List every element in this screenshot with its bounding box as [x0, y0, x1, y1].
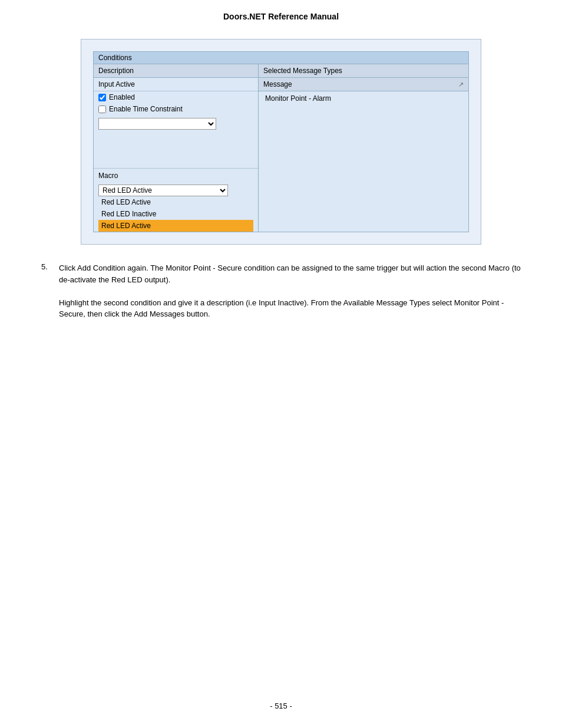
list-items-area: Red LED Active Red LED Inactive Red LED … [94, 196, 258, 232]
blank-dropdown[interactable] [98, 118, 216, 130]
message-items: Monitor Point - Alarm [259, 91, 468, 106]
conditions-body: Description Input Active Enabled Enable … [94, 64, 468, 232]
enabled-label: Enabled [109, 93, 135, 101]
macro-label: Macro [94, 168, 258, 183]
selected-message-types-header: Selected Message Types [259, 64, 468, 78]
list-item-red-led-inactive[interactable]: Red LED Inactive [98, 208, 253, 220]
step-section: 5. Click Add Condition again. The Monito… [35, 262, 527, 320]
step-text: Click Add Condition again. The Monitor P… [59, 262, 521, 320]
enable-time-constraint-label: Enable Time Constraint [109, 105, 183, 113]
enable-time-constraint-row[interactable]: Enable Time Constraint [94, 103, 258, 115]
macro-dropdown[interactable]: Red LED Active [98, 185, 228, 196]
list-item-red-led-active-1[interactable]: Red LED Active [98, 196, 253, 208]
screenshot-area: Conditions Description Input Active Enab… [81, 39, 481, 245]
blank-dropdown-row[interactable] [94, 115, 258, 133]
enable-time-constraint-checkbox[interactable] [98, 106, 106, 113]
step-number: 5. [41, 262, 53, 320]
list-item-red-led-active-2[interactable]: Red LED Active [98, 220, 253, 232]
message-item-monitor-point-alarm: Monitor Point - Alarm [263, 93, 464, 104]
description-col-header: Description [94, 64, 258, 78]
page-number: - 515 - [0, 701, 562, 710]
conditions-header: Conditions [94, 52, 468, 64]
edit-icon[interactable]: ↗ [458, 81, 464, 88]
step-content: 5. Click Add Condition again. The Monito… [41, 262, 521, 320]
conditions-right: Selected Message Types Message ↗ Monitor… [259, 64, 468, 232]
enabled-checkbox[interactable] [98, 94, 106, 101]
message-label: Message [263, 80, 292, 88]
right-spacer [259, 106, 468, 200]
input-active-row: Input Active [94, 78, 258, 91]
enabled-checkbox-row[interactable]: Enabled [94, 91, 258, 103]
macro-dropdown-row[interactable]: Red LED Active [94, 183, 258, 196]
spacer [94, 133, 258, 168]
message-col-header: Message ↗ [259, 78, 468, 91]
page-container: Doors.NET Reference Manual Conditions De… [0, 0, 562, 728]
page-title: Doors.NET Reference Manual [35, 12, 527, 21]
conditions-left: Description Input Active Enabled Enable … [94, 64, 259, 232]
conditions-panel: Conditions Description Input Active Enab… [93, 51, 469, 232]
